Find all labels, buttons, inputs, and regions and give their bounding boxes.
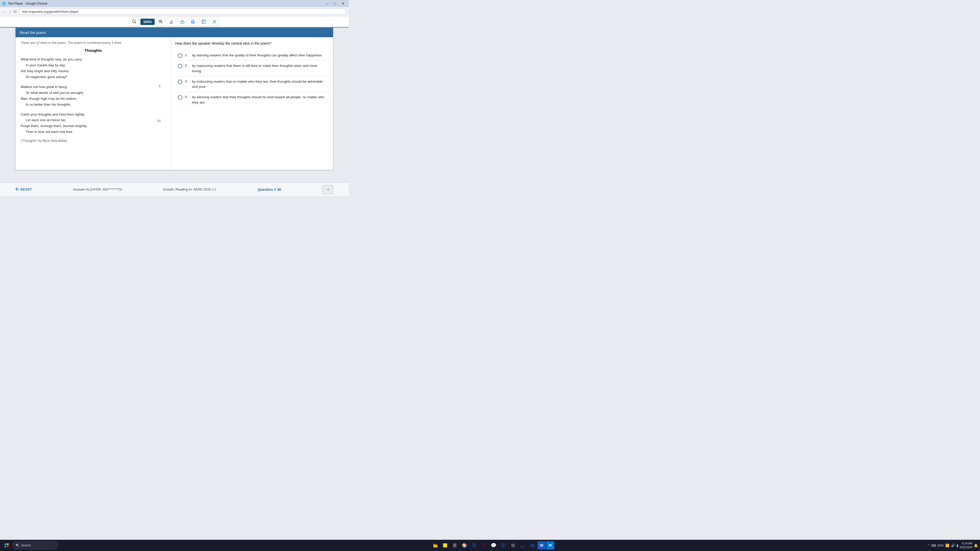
option-text-3: by instructing readers that no matter wh… [192,79,326,89]
poem-stanza-1: What kind of thoughts now, do you carry … [21,57,166,80]
poem-stanza-2: 5 Matters not how great in fancy, Or wha… [21,84,166,108]
poem-line-3-4: Then in love set each one free. [21,129,166,135]
radio-1[interactable] [178,53,183,58]
poem-line-2-2: Or what deeds of skill you've wrought; [21,90,166,96]
question-number: Question # 38 [258,187,281,192]
test-info: Growth: Reading 6+ AERO 2015 1.1 [163,187,216,191]
poem-line-2-4: Is no better than his thoughts. [21,102,166,108]
line-number-10: 10 [157,119,161,123]
highlight-button[interactable] [167,17,176,26]
radio-2[interactable] [178,64,183,68]
title-bar-controls: – □ ✕ [323,1,347,6]
question-panel: Read the poem. There are 12 lines in the… [15,27,333,170]
poem-line-1-1: What kind of thoughts now, do you carry [21,57,166,62]
toolbar: 100% [0,16,348,27]
minimize-button[interactable]: – [323,1,330,6]
poem-title: Thoughts [21,48,166,52]
reload-icon[interactable]: ↻ [14,10,17,14]
poem-line-2-1: Matters not how great in fancy, [21,84,166,90]
eraser-button[interactable] [178,17,187,26]
line-number-5: 5 [159,84,161,88]
poem-line-1-2: In your travels day by day [21,62,166,68]
poem-line-3-3: Purge them, scourge them, burnish bright… [21,123,166,129]
title-bar-left: 🌐 Test Player - Google Chrome [2,2,48,5]
answer-option-1[interactable]: 1. by warning readers that the quality o… [175,50,329,61]
window-title: Test Player - Google Chrome [8,2,48,5]
poem-line-3-1: Catch your thoughts and hold them tightl… [21,112,166,118]
option-text-1: by warning readers that the quality of t… [192,53,322,58]
zoom-in-button[interactable] [156,17,165,26]
option-text-2: by reassuring readers that there is stil… [192,63,326,74]
option-number-3: 3. [185,79,189,83]
url-bar[interactable]: test.mapnwea.org/growth/#/test-player [19,9,346,14]
nav-forward-icon[interactable]: → [8,10,12,14]
title-bar: 🌐 Test Player - Google Chrome – □ ✕ [0,0,348,7]
svg-point-0 [132,20,135,23]
passage-pane: There are 12 lines in the poem. The poem… [16,37,171,170]
svg-line-3 [161,22,162,24]
poem-line-1-3: Are they bright and lofty visions, [21,68,166,74]
nav-back-icon[interactable]: ← [3,10,6,14]
next-button[interactable]: → [322,185,333,194]
radio-4[interactable] [178,95,183,100]
bottom-bar: ↻ RESET Hussam ALZAYER, ID#********70 Gr… [0,183,348,196]
passage-instruction: There are 12 lines in the poem. The poem… [21,41,166,44]
reset-label: RESET [21,187,32,191]
poem-attribution: ("Thoughts" by Myra Viola Wilds) [21,139,166,143]
poem-stanza-3: 10 Catch your thoughts and hold them tig… [21,112,166,135]
print-button[interactable] [188,17,197,26]
maximize-button[interactable]: □ [331,1,339,6]
main-content: Read the poem. There are 12 lines in the… [0,27,348,183]
option-number-4: 4. [185,95,189,99]
svg-rect-11 [202,20,205,24]
svg-line-1 [135,22,136,24]
panel-header-text: Read the poem. [20,30,47,35]
option-text-4: by advising readers that their thoughts … [192,95,326,105]
svg-rect-10 [192,22,194,23]
reset-icon: ↻ [15,187,19,192]
radio-3[interactable] [178,79,183,84]
answer-option-3[interactable]: 3. by instructing readers that no matter… [175,76,329,92]
panel-body: There are 12 lines in the poem. The poem… [16,37,333,170]
answer-pane: How does the speaker develop the central… [171,37,333,170]
answer-option-4[interactable]: 4. by advising readers that their though… [175,92,329,108]
zoom-display[interactable]: 100% [140,19,154,25]
address-bar: ← → ↻ test.mapnwea.org/growth/#/test-pla… [0,7,348,16]
option-number-2: 2. [185,64,189,67]
question-text: How does the speaker develop the central… [175,41,329,46]
eliminate-button[interactable] [210,17,219,26]
poem-line-2-3: Man, though high may be his station, [21,96,166,102]
option-number-1: 1. [185,53,189,57]
browser-favicon: 🌐 [2,2,6,5]
bookmark-button[interactable] [199,17,208,26]
svg-rect-7 [180,21,184,23]
student-info: Hussam ALZAYER, ID#********70 [73,187,122,191]
close-button[interactable]: ✕ [339,1,347,6]
reset-button[interactable]: ↻ RESET [15,187,32,192]
search-tool-button[interactable] [130,17,139,26]
svg-rect-9 [192,20,194,21]
poem-line-3-2: Let each one an honor be; [21,118,166,123]
panel-header: Read the poem. [16,28,333,37]
answer-option-2[interactable]: 2. by reassuring readers that there is s… [175,61,329,76]
poem-line-1-4: Or neglected, gone astray? [21,74,166,80]
